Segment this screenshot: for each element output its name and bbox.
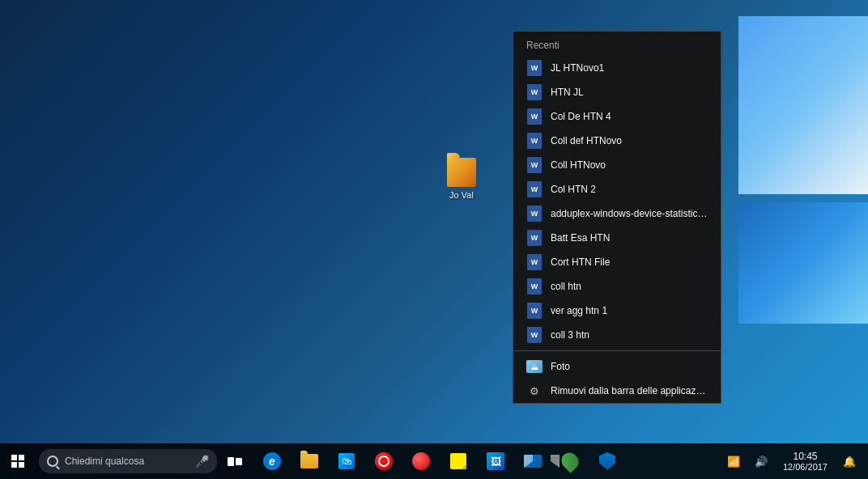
menu-item-word-icon: W	[526, 157, 542, 173]
taskbar-app-edge[interactable]: e	[254, 443, 290, 479]
tv-rect-1	[228, 457, 234, 466]
menu-item-word-icon: W	[526, 278, 542, 295]
start-icon-square-1	[11, 455, 17, 460]
maps-icon	[558, 449, 582, 473]
taskbar-app-security[interactable]	[589, 443, 625, 479]
start-icon-square-2	[19, 455, 24, 460]
taskbar-apps: e 🛍 🖼	[254, 443, 625, 479]
menu-item-word-icon: W	[526, 206, 542, 222]
menu-item-1[interactable]: WJL HTNovo1	[513, 56, 721, 80]
menu-item-7[interactable]: Wadduplex-windows-device-statistics-re..…	[513, 201, 721, 226]
tv-rect-2	[236, 458, 242, 465]
menu-item-label: Col De HTN 4	[551, 111, 611, 122]
desktop: Jo Val Recenti WJL HTNovo1WHTN JLWCol De…	[0, 0, 868, 479]
menu-footer-icon-foto	[526, 358, 542, 375]
system-tray: 📶 🔊 10:45 12/06/2017 🔔	[721, 443, 868, 479]
menu-item-label: ver agg htn 1	[551, 305, 607, 316]
menu-item-word-icon: W	[526, 181, 542, 197]
decorative-window-shape-2	[738, 202, 868, 324]
menu-item-label: adduplex-windows-device-statistics-re...	[551, 208, 708, 219]
menu-item-label: HTN JL	[551, 87, 584, 98]
menu-footer-label-foto: Foto	[551, 361, 570, 372]
taskbar-app-store[interactable]: 🛍	[329, 443, 364, 479]
taskbar-app-opera[interactable]	[366, 443, 402, 479]
menu-item-2[interactable]: WHTN JL	[513, 80, 721, 104]
clock-time: 10:45	[793, 451, 817, 462]
menu-item-10[interactable]: Wcoll htn	[513, 274, 721, 299]
menu-item-word-icon: W	[526, 254, 542, 270]
menu-item-label: Coll HTNovo	[551, 159, 606, 171]
opera-icon	[375, 452, 393, 470]
folder-icon	[447, 158, 476, 187]
menu-item-word-icon: W	[526, 60, 542, 76]
start-icon-square-3	[11, 462, 17, 468]
redball-icon	[412, 452, 430, 470]
menu-footer-item-remove[interactable]: ⚙Rimuovi dalla barra delle applicazioni	[513, 379, 721, 403]
store-icon: 🛍	[338, 453, 355, 469]
menu-item-5[interactable]: WColl HTNovo	[513, 153, 721, 177]
menu-footer-item-foto[interactable]: Foto	[513, 354, 721, 379]
tray-volume-icon[interactable]: 🔊	[749, 443, 773, 479]
menu-item-label: Coll def HTNovo	[551, 135, 622, 146]
photos-icon: 🖼	[487, 452, 504, 470]
menu-item-12[interactable]: Wcoll 3 htn	[513, 323, 721, 347]
menu-item-word-icon: W	[526, 84, 542, 100]
menu-item-label: coll htn	[551, 281, 581, 292]
taskbar-search[interactable]: Chiedimi qualcosa 🎤	[39, 449, 217, 473]
menu-items-list: WJL HTNovo1WHTN JLWCol De HTN 4WColl def…	[513, 56, 721, 347]
tray-notifications-icon[interactable]: 🔔	[837, 443, 862, 479]
sticky-notes-icon	[450, 453, 466, 469]
taskbar-app-maps[interactable]	[552, 443, 588, 479]
clock-date: 12/06/2017	[783, 462, 828, 472]
menu-item-label: JL HTNovo1	[551, 62, 604, 74]
menu-item-label: Batt Esa HTN	[551, 232, 610, 244]
menu-item-9[interactable]: WCort HTN File	[513, 250, 721, 274]
mail-icon	[524, 455, 542, 468]
menu-item-word-icon: W	[526, 133, 542, 149]
start-icon	[11, 455, 24, 468]
shield-icon	[599, 452, 615, 470]
menu-item-6[interactable]: WCol HTN 2	[513, 177, 721, 201]
menu-item-word-icon: W	[526, 230, 542, 246]
task-view-icon	[228, 457, 242, 466]
menu-item-3[interactable]: WCol De HTN 4	[513, 104, 721, 129]
edge-icon: e	[263, 452, 281, 470]
menu-item-word-icon: W	[526, 303, 542, 319]
menu-item-label: coll 3 htn	[551, 329, 589, 341]
menu-item-11[interactable]: Wver agg htn 1	[513, 299, 721, 323]
context-menu: Recenti WJL HTNovo1WHTN JLWCol De HTN 4W…	[513, 31, 721, 404]
menu-item-label: Cort HTN File	[551, 256, 610, 268]
taskbar-app-photos[interactable]: 🖼	[478, 443, 513, 479]
menu-divider	[513, 350, 721, 351]
taskbar-app-sticky[interactable]	[440, 443, 476, 479]
search-icon	[47, 456, 58, 467]
menu-footer-list: Foto⚙Rimuovi dalla barra delle applicazi…	[513, 354, 721, 403]
microphone-icon[interactable]: 🎤	[195, 455, 209, 468]
taskbar-app-mail[interactable]	[515, 443, 551, 479]
taskbar-clock[interactable]: 10:45 12/06/2017	[777, 443, 834, 479]
menu-item-8[interactable]: WBatt Esa HTN	[513, 226, 721, 250]
start-button[interactable]	[0, 443, 36, 479]
opera-inner	[378, 456, 389, 467]
menu-item-4[interactable]: WColl def HTNovo	[513, 129, 721, 153]
desktop-icon-label: Jo Val	[449, 190, 474, 200]
task-view-button[interactable]	[219, 443, 251, 479]
menu-item-label: Col HTN 2	[551, 184, 596, 195]
taskbar: Chiedimi qualcosa 🎤 e 🛍	[0, 443, 868, 479]
decorative-window-shape-1	[738, 16, 868, 194]
search-placeholder-text: Chiedimi qualcosa	[65, 456, 144, 467]
menu-footer-icon-remove: ⚙	[526, 383, 542, 399]
desktop-icon-jo-val[interactable]: Jo Val	[433, 158, 490, 200]
start-icon-square-4	[19, 462, 24, 468]
menu-item-word-icon: W	[526, 327, 542, 343]
file-explorer-icon	[300, 454, 318, 468]
taskbar-app-explorer[interactable]	[291, 443, 327, 479]
menu-item-word-icon: W	[526, 108, 542, 125]
menu-footer-label-remove: Rimuovi dalla barra delle applicazioni	[551, 385, 708, 396]
taskbar-app-redball[interactable]	[403, 443, 439, 479]
menu-section-header: Recenti	[513, 32, 721, 56]
tray-network-icon[interactable]: 📶	[721, 443, 746, 479]
